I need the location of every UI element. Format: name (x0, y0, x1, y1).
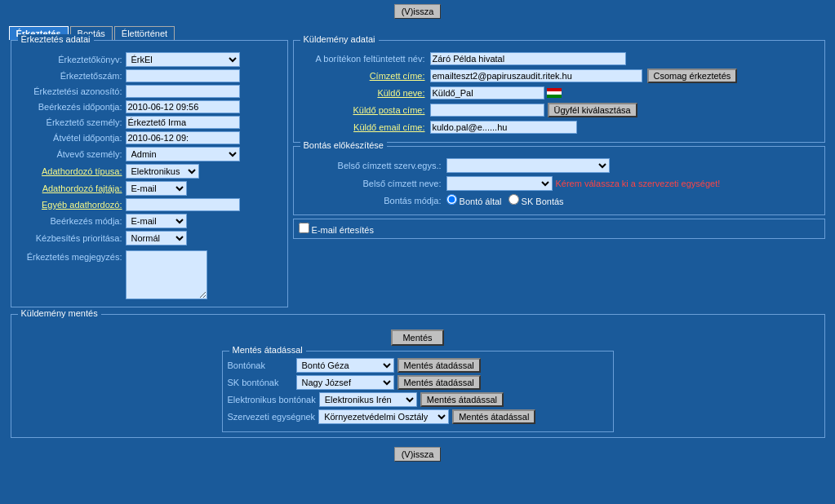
atvevoszemely-select[interactable]: Admin (126, 147, 240, 161)
elektronikusbontonak-label: Elektronikus bontónak (228, 395, 316, 405)
megjegyzes-textarea[interactable] (126, 250, 207, 299)
bonto-altal-radio[interactable] (446, 194, 457, 205)
right-column: Küldemény adatai A borítékon feltüntetet… (293, 40, 825, 307)
belso-cimzett-neve-label: Belső címzett neve: (299, 179, 442, 188)
skbontonak-row: SK bontónak Nagy József Mentés átadással (228, 375, 608, 390)
sk-bontas-radio-label[interactable]: SK Bontás (509, 194, 564, 206)
erkesztokonyv-select[interactable]: ÉrkEl (126, 52, 240, 67)
beerkezesmodja-row: Beérkezés módja: E-mail (16, 214, 282, 228)
elektronikusbontonak-select[interactable]: Elektronikus Irén (319, 392, 417, 407)
kuldo-neve-label[interactable]: Küldő neve: (299, 88, 425, 98)
bonto-altal-radio-label[interactable]: Bontó által (446, 194, 502, 206)
adathordozo-tipusa-label[interactable]: Adathordozó típusa: (16, 166, 122, 176)
boriteken-nev-row: A borítékon feltüntetett név: (299, 52, 819, 65)
adathordozo-fajtaja-label[interactable]: Adathordozó fajtája: (16, 183, 122, 193)
erkesztoszam-row: Érkeztetőszám: (16, 69, 282, 82)
erkesztesiazonosito-input[interactable] (126, 85, 240, 98)
atvevoszemely-label: Átvevő személy: (16, 149, 122, 159)
mentes-button[interactable]: Mentés (391, 329, 443, 346)
sk-bontas-radio[interactable] (509, 194, 519, 205)
megjegyzes-row: Érkeztetés megjegyzés: (16, 250, 282, 299)
kuldo-posta-input[interactable] (430, 104, 544, 117)
szervezetiegysegnek-row: Szervezeti egységnek Környezetvédelmi Os… (228, 409, 608, 424)
atvetelido-label: Átvétel időpontja: (16, 133, 122, 143)
bontonak-label: Bontónak (228, 360, 293, 370)
top-vissza-button[interactable]: (V)issza (394, 4, 442, 19)
erkesztoszemely-input[interactable] (126, 116, 240, 129)
beerkezesmodja-label: Beérkezés módja: (16, 216, 122, 226)
atadas-panel: Mentés átadással Bontónak Bontó Géza Men… (222, 351, 614, 432)
szervezetiegysegnek-label: Szervezeti egységnek (228, 412, 316, 422)
belso-cimzett-szervezet-select[interactable] (446, 158, 610, 173)
adathordozo-fajtaja-select[interactable]: E-mail (126, 181, 187, 196)
kuldo-email-label[interactable]: Küldő email címe: (299, 122, 425, 132)
szervezetiegysegnek-select[interactable]: Környezetvédelmi Osztály (318, 409, 449, 424)
kuldemenyadatai-title: Küldemény adatai (300, 34, 379, 44)
email-ertesites-panel: E-mail értesítés (293, 219, 825, 239)
email-ertesites-checkbox[interactable] (299, 223, 309, 233)
bontas-panel: Bontás előkészítése Belső címzett szerv.… (293, 146, 825, 215)
erkesztoszemely-label: Érkeztető személy: (16, 117, 122, 127)
skbontonak-atadas-button[interactable]: Mentés átadással (398, 375, 481, 390)
belso-cimzett-szervezet-label: Belső címzett szerv.egys.: (299, 161, 442, 170)
erkesztoszemely-row: Érkeztető személy: (16, 116, 282, 129)
skbontonak-select[interactable]: Nagy József (296, 375, 394, 390)
erkeztetes-panel: Érkeztetés adatai Érkeztetőkönyv: ÉrkEl … (11, 40, 288, 307)
erkeztetes-panel-title: Érkeztetés adatai (18, 34, 94, 44)
kuldo-posta-row: Küldő posta címe: Ügyfél kiválasztása (299, 103, 819, 117)
bontas-modja-label: Bontás módja: (299, 196, 442, 206)
elektronikusbontonak-row: Elektronikus bontónak Elektronikus Irén … (228, 392, 608, 407)
elektronikusbontonak-atadas-button[interactable]: Mentés átadással (420, 392, 504, 407)
erkesztoszam-input[interactable] (126, 69, 240, 82)
cimzett-cime-label[interactable]: Címzett címe: (299, 71, 425, 81)
bonto-altal-label: Bontó által (460, 197, 502, 206)
kuldemenymentes-title: Küldemény mentés (18, 308, 101, 318)
egyeb-adathordozo-input[interactable] (126, 198, 240, 211)
tabs-bar: Érkeztetés Bontás Élettörténet (6, 23, 830, 40)
szervezetiegysegnek-atadas-button[interactable]: Mentés átadással (452, 409, 535, 424)
kuldo-posta-label[interactable]: Küldő posta címe: (299, 105, 425, 115)
bontas-title: Bontás előkészítése (300, 140, 387, 150)
kuldemenyadatai-panel: Küldemény adatai A borítékon feltüntetet… (293, 40, 825, 143)
adathordozo-tipusa-select[interactable]: Elektronikus (126, 164, 199, 179)
warning-text: Kérem válassza ki a szervezeti egységet! (556, 179, 721, 188)
skbontonak-label: SK bontónak (228, 378, 293, 387)
top-row: Érkeztetés adatai Érkeztetőkönyv: ÉrkEl … (11, 40, 825, 307)
erkesztesiazonosito-label: Érkeztetési azonosító: (16, 86, 122, 96)
tab-elettortenet[interactable]: Élettörténet (114, 26, 175, 40)
sk-bontas-label: SK Bontás (522, 197, 564, 206)
belso-cimzett-neve-row: Belső címzett neve: Kérem válassza ki a … (299, 176, 819, 191)
atvetelido-row: Átvétel időpontja: (16, 131, 282, 144)
beerkezesidopont-input[interactable] (126, 100, 240, 113)
cimzett-cime-input[interactable] (430, 69, 642, 82)
kezbesites-prioritasa-select[interactable]: Normál (126, 231, 187, 245)
ugyfel-kivalasztasa-button[interactable]: Ügyfél kiválasztása (548, 103, 637, 117)
bontonak-select[interactable]: Bontó Géza (296, 358, 394, 373)
kuldo-email-row: Küldő email címe: (299, 121, 819, 134)
kuldemenymentes-panel: Küldemény mentés Mentés Mentés átadással… (11, 314, 825, 438)
bottom-vissza-button[interactable]: (V)issza (394, 447, 442, 462)
bontonak-row: Bontónak Bontó Géza Mentés átadással (228, 358, 608, 373)
kuldo-email-input[interactable] (430, 121, 577, 134)
megjegyzes-label: Érkeztetés megjegyzés: (16, 252, 122, 262)
beerkezesmodja-select[interactable]: E-mail (126, 214, 187, 228)
erkesztesiazonosito-row: Érkeztetési azonosító: (16, 85, 282, 98)
beerkezesidopont-row: Beérkezés időpontja: (16, 100, 282, 113)
egyeb-adathordozo-label[interactable]: Egyéb adathordozó: (16, 200, 122, 210)
erkesztoszam-label: Érkeztetőszám: (16, 71, 122, 81)
atvetelido-input[interactable] (126, 131, 240, 144)
kuldo-neve-input[interactable] (430, 86, 544, 99)
csomag-erkeztetes-button[interactable]: Csomag érkeztetés (647, 69, 738, 83)
kezbesites-prioritasa-label: Kézbesítés prioritása: (16, 233, 122, 243)
beerkezesidopont-label: Beérkezés időpontja: (16, 102, 122, 112)
kezbesites-prioritasa-row: Kézbesítés prioritása: Normál (16, 231, 282, 245)
bontonak-atadas-button[interactable]: Mentés átadással (398, 358, 481, 373)
boriteken-nev-input[interactable] (430, 52, 626, 65)
belso-cimzett-szervezet-row: Belső címzett szerv.egys.: (299, 158, 819, 173)
cimzett-cime-row: Címzett címe: Csomag érkeztetés (299, 69, 819, 83)
bontas-modja-radios: Bontó által SK Bontás (446, 194, 564, 206)
egyeb-adathordozo-row: Egyéb adathordozó: (16, 198, 282, 211)
kuldo-neve-row: Küldő neve: (299, 86, 819, 99)
email-ertesites-label[interactable]: E-mail értesítés (299, 225, 374, 235)
belso-cimzett-neve-select[interactable] (446, 176, 553, 191)
